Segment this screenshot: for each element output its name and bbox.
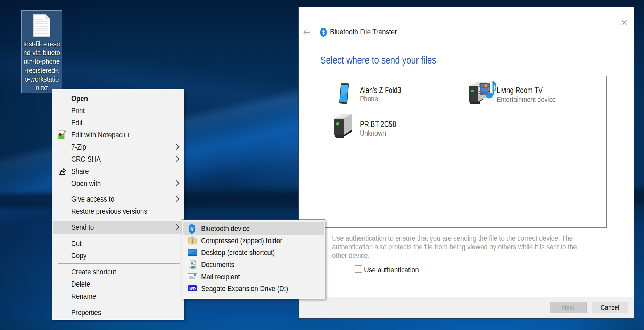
svg-text:WD: WD	[189, 287, 196, 291]
